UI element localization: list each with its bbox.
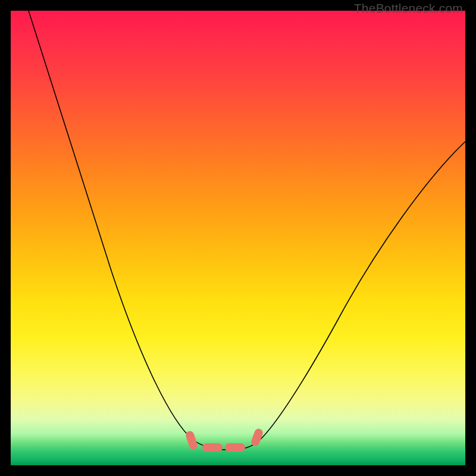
outer-frame: TheBottleneck.com bbox=[0, 0, 476, 476]
chart-svg bbox=[11, 11, 465, 465]
marker-2 bbox=[202, 443, 223, 452]
marker-1 bbox=[184, 430, 198, 451]
plot-area bbox=[11, 11, 465, 465]
bottleneck-curve bbox=[29, 11, 465, 450]
marker-3 bbox=[225, 443, 245, 452]
marker-group bbox=[184, 428, 264, 452]
watermark-text: TheBottleneck.com bbox=[354, 1, 463, 15]
